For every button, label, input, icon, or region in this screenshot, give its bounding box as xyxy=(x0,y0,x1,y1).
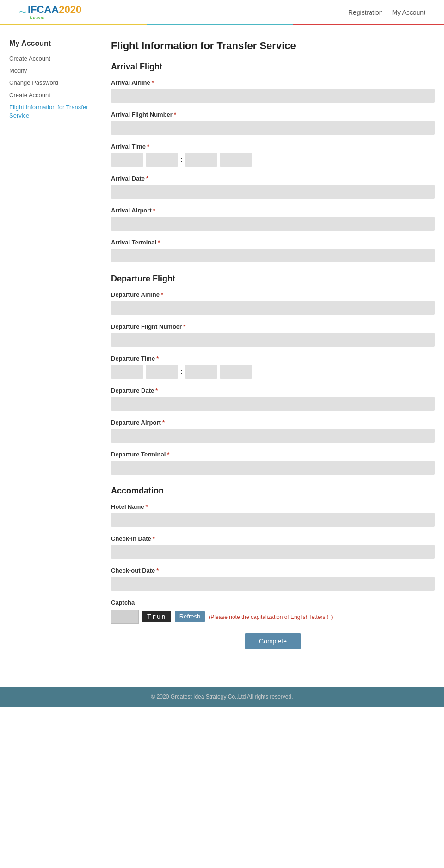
departure-time-minute[interactable] xyxy=(146,365,178,379)
captcha-note: (Please note the capitalization of Engli… xyxy=(209,613,333,621)
captcha-row: Trun Refresh (Please note the capitaliza… xyxy=(111,610,435,624)
departure-airport-group: Departure Airport* xyxy=(111,419,435,443)
captcha-label: Captcha xyxy=(111,599,435,606)
logo-taiwan: Taiwan xyxy=(29,15,81,20)
arrival-terminal-input[interactable] xyxy=(111,249,435,262)
main-content: Flight Information for Transfer Service … xyxy=(102,39,435,663)
arrival-time-second[interactable] xyxy=(185,153,217,167)
departure-time-second[interactable] xyxy=(185,365,217,379)
arrival-flight-number-label: Arrival Flight Number* xyxy=(111,111,435,118)
checkout-date-label: Check-out Date* xyxy=(111,567,435,574)
arrival-time-label: Arrival Time* xyxy=(111,143,435,150)
complete-button[interactable]: Complete xyxy=(245,633,301,649)
captcha-group: Captcha Trun Refresh (Please note the ca… xyxy=(111,599,435,624)
accommodation-section-title: Accomdation xyxy=(111,486,435,496)
arrival-terminal-group: Arrival Terminal* xyxy=(111,239,435,262)
arrival-airline-group: Arrival Airline* xyxy=(111,79,435,103)
arrival-flight-number-input[interactable] xyxy=(111,121,435,135)
departure-terminal-group: Departure Terminal* xyxy=(111,451,435,475)
sidebar-item-modify[interactable]: Modify xyxy=(9,67,92,75)
logo-text-group: IFCAA2020 Taiwan xyxy=(28,5,81,20)
logo-year: 2020 xyxy=(59,4,81,15)
checkin-date-group: Check-in Date* xyxy=(111,535,435,559)
departure-airline-label: Departure Airline* xyxy=(111,291,435,298)
departure-flight-number-required: * xyxy=(183,323,185,330)
sidebar-item-change-password[interactable]: Change Password xyxy=(9,79,92,87)
departure-airline-input[interactable] xyxy=(111,301,435,315)
arrival-time-fields: : xyxy=(111,153,435,167)
hotel-name-label: Hotel Name* xyxy=(111,503,435,510)
departure-time-required: * xyxy=(156,355,159,362)
hotel-name-input[interactable] xyxy=(111,513,435,527)
departure-airport-label: Departure Airport* xyxy=(111,419,435,426)
checkin-date-input[interactable] xyxy=(111,545,435,559)
logo-wave-icon: 〜 xyxy=(18,7,27,18)
nav-registration[interactable]: Registration xyxy=(348,9,383,16)
header: 〜 IFCAA2020 Taiwan Registration My Accou… xyxy=(0,0,444,25)
departure-time-separator: : xyxy=(180,368,183,376)
checkout-date-input[interactable] xyxy=(111,577,435,591)
arrival-flight-number-required: * xyxy=(174,111,176,118)
arrival-terminal-label: Arrival Terminal* xyxy=(111,239,435,246)
arrival-date-required: * xyxy=(146,175,148,182)
arrival-flight-number-group: Arrival Flight Number* xyxy=(111,111,435,135)
arrival-airline-label: Arrival Airline* xyxy=(111,79,435,86)
arrival-date-group: Arrival Date* xyxy=(111,175,435,199)
arrival-terminal-required: * xyxy=(158,239,160,246)
checkin-date-label: Check-in Date* xyxy=(111,535,435,542)
departure-time-label: Departure Time* xyxy=(111,355,435,362)
departure-terminal-input[interactable] xyxy=(111,461,435,475)
checkin-date-required: * xyxy=(153,535,155,542)
departure-date-label: Departure Date* xyxy=(111,387,435,394)
header-nav: Registration My Account xyxy=(348,9,426,16)
departure-airline-required: * xyxy=(161,291,163,298)
captcha-image xyxy=(111,610,139,624)
arrival-airport-label: Arrival Airport* xyxy=(111,207,435,214)
departure-time-ampm[interactable] xyxy=(220,365,252,379)
departure-terminal-label: Departure Terminal* xyxy=(111,451,435,458)
departure-airport-required: * xyxy=(162,419,165,426)
arrival-airport-input[interactable] xyxy=(111,217,435,231)
departure-section-title: Departure Flight xyxy=(111,274,435,284)
departure-flight-number-label: Departure Flight Number* xyxy=(111,323,435,330)
arrival-time-ampm[interactable] xyxy=(220,153,252,167)
arrival-airline-input[interactable] xyxy=(111,89,435,103)
arrival-time-minute[interactable] xyxy=(146,153,178,167)
arrival-section-title: Arrival Flight xyxy=(111,62,435,72)
arrival-date-input[interactable] xyxy=(111,185,435,199)
arrival-date-label: Arrival Date* xyxy=(111,175,435,182)
footer-text: © 2020 Greatest Idea Strategy Co.,Ltd Al… xyxy=(151,693,293,700)
captcha-code-display: Trun xyxy=(142,611,171,622)
departure-time-group: Departure Time* : xyxy=(111,355,435,379)
arrival-time-group: Arrival Time* : xyxy=(111,143,435,167)
checkout-date-required: * xyxy=(156,567,159,574)
departure-date-group: Departure Date* xyxy=(111,387,435,411)
sidebar-nav: Create Account Modify Change Password Cr… xyxy=(9,55,92,120)
departure-terminal-required: * xyxy=(167,451,169,458)
main-container: My Account Create Account Modify Change … xyxy=(0,25,444,677)
sidebar-item-flight-info[interactable]: Flight Information for Transfer Service xyxy=(9,103,92,120)
departure-flight-number-group: Departure Flight Number* xyxy=(111,323,435,347)
departure-airport-input[interactable] xyxy=(111,429,435,443)
nav-my-account[interactable]: My Account xyxy=(392,9,426,16)
logo: 〜 IFCAA2020 Taiwan xyxy=(18,5,81,20)
footer: © 2020 Greatest Idea Strategy Co.,Ltd Al… xyxy=(0,687,444,707)
hotel-name-group: Hotel Name* xyxy=(111,503,435,527)
logo-ifcaa: IFCAA2020 xyxy=(28,4,81,15)
hotel-name-required: * xyxy=(146,503,148,510)
departure-date-input[interactable] xyxy=(111,397,435,411)
page-title: Flight Information for Transfer Service xyxy=(111,39,435,53)
departure-time-fields: : xyxy=(111,365,435,379)
sidebar-title: My Account xyxy=(9,39,92,48)
sidebar: My Account Create Account Modify Change … xyxy=(9,39,102,663)
sidebar-item-create-account-1[interactable]: Create Account xyxy=(9,55,92,63)
sidebar-item-create-account-2[interactable]: Create Account xyxy=(9,91,92,100)
time-separator: : xyxy=(180,156,183,164)
captcha-refresh-button[interactable]: Refresh xyxy=(175,611,205,622)
arrival-airline-required: * xyxy=(152,79,154,86)
departure-flight-number-input[interactable] xyxy=(111,333,435,347)
departure-time-hour[interactable] xyxy=(111,365,143,379)
departure-airline-group: Departure Airline* xyxy=(111,291,435,315)
departure-date-required: * xyxy=(155,387,158,394)
arrival-time-hour[interactable] xyxy=(111,153,143,167)
